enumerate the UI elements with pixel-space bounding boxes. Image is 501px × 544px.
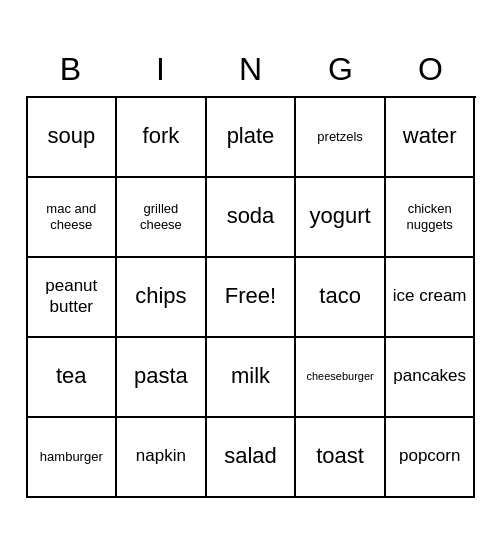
- bingo-cell-text-17: milk: [231, 363, 270, 389]
- bingo-cell-16: pasta: [117, 338, 207, 418]
- bingo-header: BINGO: [26, 47, 476, 92]
- bingo-cell-4: water: [386, 98, 476, 178]
- header-letter-b: B: [26, 47, 116, 92]
- bingo-cell-11: chips: [117, 258, 207, 338]
- bingo-cell-text-21: napkin: [136, 446, 186, 466]
- bingo-cell-20: hamburger: [28, 418, 118, 498]
- header-letter-n: N: [206, 47, 296, 92]
- bingo-cell-text-18: cheeseburger: [306, 370, 373, 383]
- bingo-cell-text-22: salad: [224, 443, 277, 469]
- bingo-cell-text-9: chicken nuggets: [390, 201, 470, 232]
- bingo-cell-5: mac and cheese: [28, 178, 118, 258]
- bingo-cell-2: plate: [207, 98, 297, 178]
- bingo-cell-text-11: chips: [135, 283, 186, 309]
- bingo-cell-3: pretzels: [296, 98, 386, 178]
- bingo-cell-text-0: soup: [47, 123, 95, 149]
- bingo-cell-22: salad: [207, 418, 297, 498]
- bingo-cell-18: cheeseburger: [296, 338, 386, 418]
- header-letter-i: I: [116, 47, 206, 92]
- bingo-cell-text-2: plate: [227, 123, 275, 149]
- bingo-cell-text-23: toast: [316, 443, 364, 469]
- bingo-cell-text-6: grilled cheese: [121, 201, 201, 232]
- bingo-cell-text-14: ice cream: [393, 286, 467, 306]
- bingo-cell-text-3: pretzels: [317, 129, 363, 145]
- bingo-cell-text-1: fork: [143, 123, 180, 149]
- bingo-cell-text-24: popcorn: [399, 446, 460, 466]
- bingo-cell-text-15: tea: [56, 363, 87, 389]
- bingo-cell-9: chicken nuggets: [386, 178, 476, 258]
- bingo-cell-14: ice cream: [386, 258, 476, 338]
- bingo-cell-0: soup: [28, 98, 118, 178]
- bingo-cell-text-19: pancakes: [393, 366, 466, 386]
- bingo-cell-6: grilled cheese: [117, 178, 207, 258]
- bingo-cell-12: Free!: [207, 258, 297, 338]
- bingo-cell-text-4: water: [403, 123, 457, 149]
- bingo-cell-1: fork: [117, 98, 207, 178]
- bingo-cell-text-12: Free!: [225, 283, 276, 309]
- bingo-cell-10: peanut butter: [28, 258, 118, 338]
- bingo-cell-text-20: hamburger: [40, 449, 103, 465]
- bingo-cell-13: taco: [296, 258, 386, 338]
- bingo-cell-text-8: yogurt: [310, 203, 371, 229]
- bingo-cell-text-5: mac and cheese: [32, 201, 112, 232]
- bingo-cell-24: popcorn: [386, 418, 476, 498]
- bingo-cell-21: napkin: [117, 418, 207, 498]
- bingo-card: BINGO soupforkplatepretzelswatermac and …: [16, 37, 486, 508]
- header-letter-o: O: [386, 47, 476, 92]
- bingo-cell-15: tea: [28, 338, 118, 418]
- header-letter-g: G: [296, 47, 386, 92]
- bingo-cell-19: pancakes: [386, 338, 476, 418]
- bingo-cell-text-10: peanut butter: [32, 276, 112, 317]
- bingo-cell-8: yogurt: [296, 178, 386, 258]
- bingo-cell-text-16: pasta: [134, 363, 188, 389]
- bingo-cell-23: toast: [296, 418, 386, 498]
- bingo-grid: soupforkplatepretzelswatermac and cheese…: [26, 96, 476, 498]
- bingo-cell-text-7: soda: [227, 203, 275, 229]
- bingo-cell-text-13: taco: [319, 283, 361, 309]
- bingo-cell-7: soda: [207, 178, 297, 258]
- bingo-cell-17: milk: [207, 338, 297, 418]
